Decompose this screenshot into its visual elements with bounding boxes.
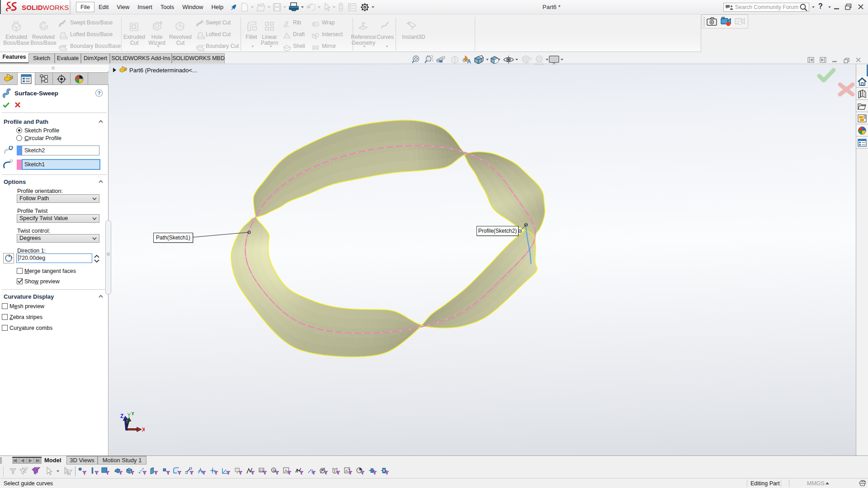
- svg-text:N: N: [273, 469, 275, 473]
- svg-text:X: X: [142, 427, 145, 433]
- svg-text:A: A: [345, 469, 348, 473]
- svg-text:03: 03: [259, 469, 263, 473]
- svg-text:A: A: [284, 468, 288, 473]
- svg-text:Y: Y: [131, 412, 135, 416]
- svg-text:Z: Z: [120, 413, 123, 419]
